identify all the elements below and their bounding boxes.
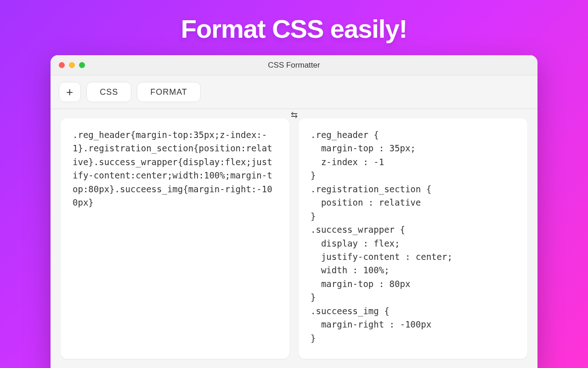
minimize-icon[interactable] [69, 62, 75, 68]
hero-title: Format CSS easily! [0, 0, 588, 44]
maximize-icon[interactable] [79, 62, 85, 68]
close-icon[interactable] [59, 62, 65, 68]
css-tab-button[interactable]: CSS [86, 82, 131, 102]
content-area: ⇆ .reg_header{margin-top:35px;z-index:-1… [51, 109, 537, 368]
window-titlebar: CSS Formatter [51, 55, 537, 75]
toolbar: + CSS FORMAT [51, 75, 537, 109]
output-code-panel[interactable]: .reg_header { margin-top : 35px; z-index… [299, 118, 527, 359]
input-code-panel[interactable]: .reg_header{margin-top:35px;z-index:-1}.… [61, 118, 289, 359]
app-window: CSS Formatter + CSS FORMAT ⇆ .reg_header… [51, 55, 537, 368]
traffic-lights [51, 62, 85, 68]
swap-icon[interactable]: ⇆ [291, 110, 298, 120]
plus-icon: + [66, 86, 74, 98]
format-button[interactable]: FORMAT [137, 82, 201, 102]
add-button[interactable]: + [59, 82, 81, 102]
window-title: CSS Formatter [51, 61, 537, 70]
